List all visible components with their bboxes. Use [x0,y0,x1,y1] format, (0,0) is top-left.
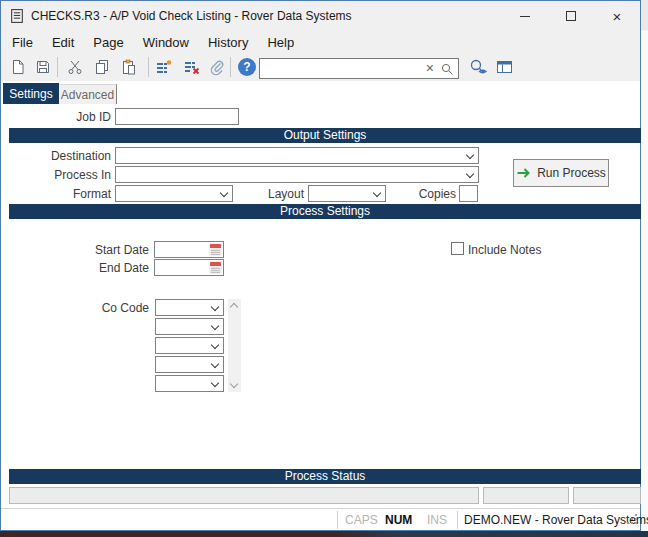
cut-icon [67,59,83,75]
add-rows-icon [156,59,172,75]
chevron-down-icon [211,360,219,368]
scroll-down-icon[interactable] [230,380,238,388]
scroll-up-icon[interactable] [230,303,238,311]
end-date-label: End Date [61,261,149,275]
search-input[interactable] [262,59,422,78]
app-icon [9,8,25,24]
toolbar-separator [148,57,149,77]
layout-label: Layout [241,187,304,201]
copies-input[interactable] [459,185,478,202]
delete-rows-icon [184,59,200,75]
clear-search-icon[interactable]: × [426,60,434,77]
search-preview-button[interactable] [466,57,490,77]
start-date-label: Start Date [61,243,149,257]
window-controls: × [502,1,640,31]
help-button[interactable]: ? [236,57,258,77]
maximize-button[interactable] [548,1,594,31]
run-process-label: Run Process [537,166,606,180]
chevron-down-icon [466,170,474,178]
chevron-down-icon [220,189,228,197]
start-date-input[interactable] [154,241,224,258]
ins-indicator: INS [427,513,447,527]
statusbar-separator [337,511,338,529]
job-id-input[interactable] [115,108,239,125]
menu-page[interactable]: Page [93,35,123,50]
tab-settings[interactable]: Settings [3,83,59,104]
attachment-button[interactable] [206,57,228,77]
window-title: CHECKS.R3 - A/P Void Check Listing - Rov… [31,1,352,31]
title-bar: CHECKS.R3 - A/P Void Check Listing - Rov… [1,1,640,31]
co-code-select-4[interactable] [155,356,224,373]
destination-label: Destination [21,149,111,163]
chevron-down-icon [211,322,219,330]
chevron-down-icon [211,379,219,387]
copy-button[interactable] [91,57,113,77]
minimize-button[interactable] [502,1,548,31]
run-arrow-icon [516,167,531,179]
chevron-down-icon [211,341,219,349]
include-notes-checkbox[interactable] [451,242,464,255]
output-settings-header: Output Settings [9,128,641,143]
desktop-background-right [641,0,648,531]
delete-rows-button[interactable] [181,57,203,77]
save-button[interactable] [32,57,54,77]
process-status-header: Process Status [9,469,641,484]
co-code-select-3[interactable] [155,337,224,354]
destination-select[interactable] [115,147,479,164]
tab-advanced[interactable]: Advanced [59,84,117,104]
attachment-icon [208,58,226,76]
num-indicator: NUM [385,513,412,527]
job-id-label: Job ID [41,110,111,124]
search-preview-icon [468,58,488,76]
copy-icon [94,59,110,75]
chevron-down-icon [466,151,474,159]
status-field2-box [483,487,569,504]
co-code-select-1[interactable] [155,299,224,316]
paste-icon [121,59,137,75]
menu-file[interactable]: File [12,35,33,50]
session-label: DEMO.NEW - Rover Data Systems [464,513,648,527]
status-field3-box [573,487,641,504]
end-date-input[interactable] [154,259,224,276]
app-window: CHECKS.R3 - A/P Void Check Listing - Rov… [0,0,641,531]
paste-button[interactable] [118,57,140,77]
resize-grip[interactable] [627,514,638,528]
process-settings-header: Process Settings [9,204,641,219]
menu-history[interactable]: History [208,35,248,50]
menu-help[interactable]: Help [267,35,294,50]
layout-view-button[interactable] [493,57,517,77]
chevron-down-icon [211,303,219,311]
co-code-select-2[interactable] [155,318,224,335]
new-document-button[interactable] [7,57,29,77]
chevron-down-icon [373,189,381,197]
include-notes-label: Include Notes [468,243,558,257]
status-message-box [9,487,479,504]
calendar-icon[interactable] [209,243,222,256]
close-icon: × [613,9,622,24]
format-select[interactable] [115,185,233,202]
format-label: Format [21,187,111,201]
co-code-scrollbar[interactable] [228,299,241,392]
process-in-label: Process In [21,168,111,182]
new-document-icon [10,59,26,75]
process-in-select[interactable] [115,166,479,183]
copies-label: Copies [396,187,456,201]
layout-view-icon [496,59,514,75]
calendar-icon[interactable] [209,261,222,274]
toolbar-separator [230,57,231,77]
save-icon [35,59,51,75]
layout-select[interactable] [308,185,386,202]
add-rows-button[interactable] [153,57,175,77]
help-icon: ? [238,58,256,76]
menu-edit[interactable]: Edit [52,35,74,50]
maximize-icon [566,11,576,21]
caps-indicator: CAPS [345,513,378,527]
menu-window[interactable]: Window [143,35,189,50]
close-button[interactable]: × [594,1,640,31]
co-code-select-5[interactable] [155,375,224,392]
statusbar-separator [457,511,458,529]
minimize-icon [520,16,530,17]
search-icon[interactable] [440,62,454,79]
run-process-button[interactable]: Run Process [513,159,609,187]
cut-button[interactable] [64,57,86,77]
